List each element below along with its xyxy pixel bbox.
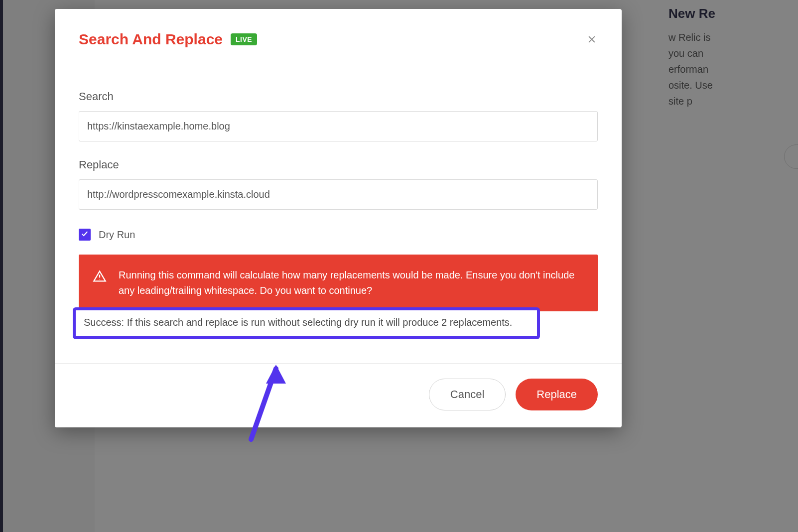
dry-run-label: Dry Run: [99, 229, 135, 241]
warning-alert: Running this command will calculate how …: [79, 255, 598, 311]
dry-run-checkbox[interactable]: [79, 229, 91, 241]
replace-input[interactable]: [79, 179, 598, 210]
modal-title: Search And Replace: [79, 31, 223, 48]
modal-footer: Cancel Replace: [55, 363, 622, 427]
close-button[interactable]: [583, 31, 601, 49]
search-replace-modal: Search And Replace LIVE Search Replace D…: [55, 9, 622, 427]
success-highlight-wrap: Success: If this search and replace is r…: [73, 307, 652, 339]
success-text: Success: If this search and replace is r…: [84, 315, 529, 329]
success-highlight-box: Success: If this search and replace is r…: [73, 307, 540, 339]
warning-icon: [93, 269, 107, 285]
svg-point-1: [99, 279, 100, 279]
warning-text: Running this command will calculate how …: [119, 267, 584, 298]
check-icon: [81, 230, 89, 240]
modal-body: Search Replace Dry Run Running this comm…: [55, 66, 622, 339]
replace-button[interactable]: Replace: [516, 379, 598, 410]
live-badge: LIVE: [231, 33, 257, 45]
modal-header: Search And Replace LIVE: [55, 9, 622, 66]
search-label: Search: [79, 90, 598, 103]
dry-run-row: Dry Run: [79, 229, 598, 241]
cancel-button[interactable]: Cancel: [429, 379, 506, 410]
search-input[interactable]: [79, 111, 598, 141]
replace-label: Replace: [79, 158, 598, 171]
close-icon: [587, 32, 597, 48]
